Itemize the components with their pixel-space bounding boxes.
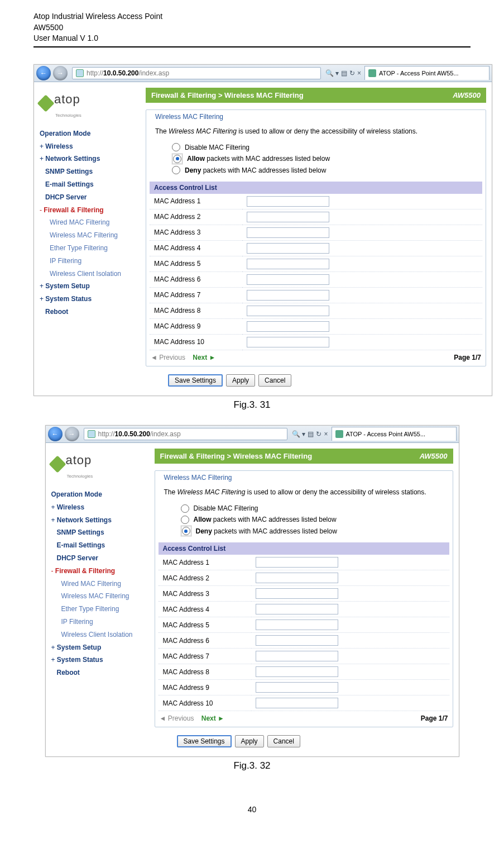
nav-ether-type[interactable]: Ether Type Filtering [40, 242, 140, 255]
mac-input[interactable] [247, 212, 329, 222]
mac-input[interactable] [247, 196, 329, 207]
mac-input[interactable] [256, 635, 338, 646]
nav-dhcp[interactable]: DHCP Server [40, 191, 140, 204]
nav-system-setup[interactable]: + System Setup [51, 641, 149, 654]
mac-filtering-fieldset: Wireless MAC Filtering The Wireless MAC … [155, 470, 453, 727]
table-row: MAC Address 8 [159, 664, 449, 680]
logo-icon [49, 456, 66, 473]
search-icon[interactable]: 🔍 ▾ [292, 430, 305, 438]
apply-button[interactable]: Apply [226, 374, 255, 387]
mac-input[interactable] [256, 682, 338, 693]
mac-input[interactable] [256, 573, 338, 583]
nav-network[interactable]: + Network Settings [51, 514, 149, 527]
nav-reboot[interactable]: Reboot [51, 666, 149, 679]
radio-deny[interactable]: Deny packets with MAC addresses listed b… [172, 165, 482, 176]
mac-input[interactable] [256, 651, 338, 661]
nav-email[interactable]: E-mail Settings [40, 178, 140, 191]
nav-wireless[interactable]: + Wireless [40, 140, 140, 153]
address-bar[interactable]: http://10.0.50.200/index.asp [72, 67, 321, 79]
table-row: MAC Address 6 [159, 633, 449, 649]
doc-title-1: Atop Industrial Wireless Access Point [33, 11, 471, 22]
nav-wired-mac[interactable]: Wired MAC Filtering [51, 578, 149, 590]
table-row: MAC Address 4 [159, 602, 449, 617]
refresh-icon[interactable]: ↻ [349, 69, 355, 77]
stop-icon[interactable]: × [357, 69, 361, 77]
acl-body: MAC Address 1MAC Address 2MAC Address 3M… [159, 555, 449, 711]
prev-link[interactable]: ◄ Previous [160, 714, 194, 722]
radio-allow[interactable]: Allow packets with MAC addresses listed … [172, 153, 482, 164]
nav-wired-mac[interactable]: Wired MAC Filtering [40, 216, 140, 229]
nav-email[interactable]: E-mail Settings [51, 539, 149, 552]
table-row: MAC Address 1 [159, 555, 449, 570]
browser-tab[interactable]: ATOP - Access Point AW55... [364, 66, 489, 80]
mac-input[interactable] [247, 227, 329, 238]
mac-input[interactable] [247, 259, 329, 269]
nav-client-isolation[interactable]: Wireless Client Isolation [40, 268, 140, 280]
table-row: MAC Address 7 [159, 649, 449, 664]
compat-icon[interactable]: ▤ [341, 69, 347, 77]
nav-operation-mode[interactable]: Operation Mode [40, 127, 140, 140]
mac-input[interactable] [256, 666, 338, 677]
nav-snmp[interactable]: SNMP Settings [51, 526, 149, 539]
refresh-icon[interactable]: ↻ [316, 430, 321, 438]
nav-system-status[interactable]: + System Status [51, 654, 149, 666]
mac-input[interactable] [256, 620, 338, 630]
nav-ether-type[interactable]: Ether Type Filtering [51, 603, 149, 616]
figure-caption-2: Fig.3. 32 [33, 760, 471, 771]
nav-reboot[interactable]: Reboot [40, 306, 140, 318]
cancel-button[interactable]: Cancel [258, 374, 291, 387]
nav-ip-filter[interactable]: IP Filtering [40, 255, 140, 268]
next-link[interactable]: Next ► [201, 714, 224, 722]
save-button[interactable]: Save Settings [177, 735, 232, 747]
nav-firewall[interactable]: - Firewall & Filtering [51, 565, 149, 578]
nav-system-status[interactable]: + System Status [40, 293, 140, 306]
address-bar[interactable]: http://10.0.50.200/index.asp [84, 428, 288, 440]
mac-input[interactable] [247, 337, 329, 347]
mac-input[interactable] [247, 274, 329, 285]
logo-text: atop [66, 449, 93, 472]
prev-link[interactable]: ◄ Previous [151, 354, 185, 361]
mac-input[interactable] [256, 604, 338, 614]
nav-network[interactable]: + Network Settings [40, 153, 140, 165]
nav-client-isolation[interactable]: Wireless Client Isolation [51, 628, 149, 641]
mac-input[interactable] [256, 557, 338, 568]
nav-system-setup[interactable]: + System Setup [40, 280, 140, 293]
back-button[interactable]: ← [36, 66, 51, 80]
mac-label: MAC Address 3 [159, 586, 251, 602]
radio-allow[interactable]: Allow packets with MAC addresses listed … [181, 514, 449, 525]
mac-input[interactable] [247, 306, 329, 316]
table-row: MAC Address 5 [150, 256, 482, 271]
nav-dhcp[interactable]: DHCP Server [51, 552, 149, 565]
browser-tab[interactable]: ATOP - Access Point AW55... [332, 427, 457, 441]
nav-wireless-mac[interactable]: Wireless MAC Filtering [51, 590, 149, 603]
search-icon[interactable]: 🔍 ▾ [325, 69, 339, 77]
radio-disable[interactable]: Disable MAC Filtering [172, 142, 482, 153]
stop-icon[interactable]: × [324, 430, 328, 438]
radio-disable[interactable]: Disable MAC Filtering [181, 503, 449, 514]
table-row: MAC Address 2 [159, 570, 449, 586]
forward-button[interactable]: → [65, 427, 79, 441]
mac-input[interactable] [247, 243, 329, 254]
mac-label: MAC Address 1 [159, 555, 251, 570]
radio-deny[interactable]: Deny packets with MAC addresses listed b… [181, 526, 449, 537]
mac-input[interactable] [247, 290, 329, 301]
save-button[interactable]: Save Settings [168, 374, 223, 387]
compat-icon[interactable]: ▤ [308, 430, 314, 438]
nav-ip-filter[interactable]: IP Filtering [51, 616, 149, 628]
apply-button[interactable]: Apply [235, 735, 264, 747]
mac-input[interactable] [256, 698, 338, 708]
next-link[interactable]: Next ► [193, 354, 215, 361]
doc-title-3: User Manual V 1.0 [33, 33, 471, 44]
nav-operation-mode[interactable]: Operation Mode [51, 488, 149, 501]
back-button[interactable]: ← [48, 427, 63, 441]
acl-body: MAC Address 1MAC Address 2MAC Address 3M… [150, 194, 482, 350]
nav-wireless[interactable]: + Wireless [51, 501, 149, 514]
cancel-button[interactable]: Cancel [267, 735, 300, 747]
mac-label: MAC Address 2 [159, 570, 251, 586]
mac-input[interactable] [247, 321, 329, 332]
mac-input[interactable] [256, 588, 338, 599]
nav-snmp[interactable]: SNMP Settings [40, 165, 140, 178]
forward-button[interactable]: → [53, 66, 68, 80]
nav-wireless-mac[interactable]: Wireless MAC Filtering [40, 229, 140, 242]
nav-firewall[interactable]: - Firewall & Filtering [40, 204, 140, 217]
